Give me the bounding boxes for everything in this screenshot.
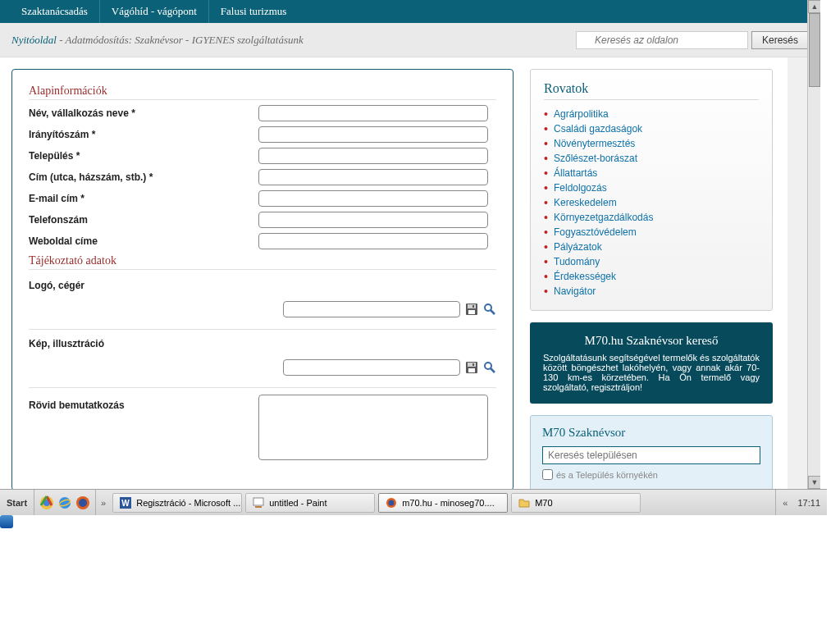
firefox-icon[interactable]	[75, 495, 90, 510]
start-button[interactable]: Start	[0, 490, 34, 515]
quick-launch	[34, 490, 96, 515]
task-firefox[interactable]: m70.hu - minoseg70....	[378, 493, 508, 513]
svg-point-6	[485, 304, 491, 311]
rovat-link[interactable]: Pályázatok	[554, 241, 602, 253]
svg-rect-10	[468, 368, 475, 372]
rovat-link[interactable]: Környezetgazdálkodás	[554, 212, 653, 223]
svg-rect-9	[468, 363, 476, 367]
szaknevsor-title: M70 Szaknévsor	[542, 426, 760, 440]
input-phone[interactable]	[258, 212, 488, 228]
textarea-intro[interactable]	[258, 395, 488, 460]
save-icon[interactable]	[465, 361, 478, 374]
system-tray: « 17:11	[775, 490, 827, 515]
scroll-down-arrow[interactable]: ▼	[808, 476, 820, 489]
task-word[interactable]: W Regisztráció - Microsoft ...	[112, 493, 242, 513]
svg-rect-5	[472, 305, 474, 308]
input-address[interactable]	[258, 169, 488, 185]
task-label: untitled - Paint	[269, 498, 326, 508]
svg-rect-22	[253, 498, 263, 505]
rovatok-panel: Rovatok Agrárpolitika Családi gazdaságok…	[530, 69, 773, 311]
breadcrumb: Nyitóoldal - Adatmódosítás: Szaknévsor -…	[11, 34, 304, 47]
taskbar: Start » W Regisztráció - Microsoft ... u…	[0, 489, 827, 515]
szaknevsor-panel: M70 Szaknévsor és a Település környékén	[530, 415, 773, 489]
task-paint[interactable]: untitled - Paint	[245, 493, 375, 513]
input-city[interactable]	[258, 148, 488, 164]
szaknevsor-search-input[interactable]	[542, 446, 760, 464]
main-form: Alapinformációk Név, vállalkozás neve * …	[11, 69, 514, 489]
promo-panel: M70.hu Szaknévsor kereső Szolgáltatásunk…	[530, 322, 773, 404]
input-email[interactable]	[258, 190, 488, 207]
nav-item-szaktanacsadas[interactable]: Szaktanácsadás	[10, 0, 100, 23]
input-image-path[interactable]	[283, 359, 460, 376]
search-input[interactable]	[576, 31, 748, 49]
scroll-thumb[interactable]	[809, 13, 820, 87]
rovat-link[interactable]: Fogyasztóvédelem	[554, 226, 637, 238]
rovat-link[interactable]: Növénytermesztés	[554, 138, 635, 149]
chrome-icon[interactable]	[39, 495, 54, 510]
label-web: Weboldal címe	[29, 235, 258, 247]
svg-point-25	[389, 500, 395, 505]
input-web[interactable]	[258, 233, 488, 249]
label-intro: Rövid bemutatkozás	[29, 395, 258, 460]
task-label: M70	[535, 498, 552, 508]
nearby-checkbox[interactable]	[542, 469, 553, 480]
sub-header: Nyitóoldal - Adatmódosítás: Szaknévsor -…	[0, 23, 820, 57]
nearby-checkbox-row[interactable]: és a Település környékén	[542, 469, 760, 480]
folder-icon	[518, 497, 530, 509]
task-label: m70.hu - minoseg70....	[402, 498, 495, 508]
svg-rect-3	[468, 304, 476, 308]
chevron-icon[interactable]: »	[96, 498, 111, 508]
svg-point-12	[485, 363, 491, 369]
top-nav: Szaktanácsadás Vágóhíd - vágópont Falusi…	[0, 0, 820, 23]
label-zip: Irányítószám *	[29, 129, 258, 140]
firefox-icon	[386, 497, 397, 509]
scroll-up-arrow[interactable]: ▲	[808, 0, 820, 13]
search-button[interactable]: Keresés	[751, 31, 809, 49]
rovat-link[interactable]: Kereskedelem	[554, 197, 617, 208]
tray-chevron-icon[interactable]: «	[783, 498, 788, 508]
site-search: Keresés	[576, 31, 809, 49]
svg-point-19	[79, 499, 87, 507]
section-basic-info: Alapinformációk	[29, 84, 496, 100]
breadcrumb-home[interactable]: Nyitóoldal	[11, 34, 57, 46]
input-logo-path[interactable]	[283, 301, 460, 317]
promo-text: Szolgáltatásunk segítségével termelők és…	[543, 353, 760, 392]
rovat-link[interactable]: Tudomány	[554, 256, 600, 267]
rovat-link[interactable]: Navigátor	[554, 285, 596, 297]
label-name: Név, vállalkozás neve *	[29, 107, 258, 119]
svg-rect-11	[472, 363, 474, 366]
scroll-track[interactable]	[808, 13, 820, 476]
section-info-data: Tájékoztató adatok	[29, 254, 496, 270]
label-email: E-mail cím *	[29, 193, 258, 204]
rovat-link[interactable]: Feldolgozás	[554, 182, 607, 194]
input-zip[interactable]	[258, 126, 488, 143]
rovat-link[interactable]: Érdekességek	[554, 271, 616, 282]
breadcrumb-rest: - Adatmódosítás: Szaknévsor - IGYENES sz…	[57, 34, 304, 46]
svg-line-7	[491, 310, 495, 314]
nav-item-vagohid[interactable]: Vágóhíd - vágópont	[100, 0, 209, 23]
save-icon[interactable]	[465, 303, 478, 316]
nearby-label: és a Település környékén	[556, 470, 658, 480]
label-address: Cím (utca, házszám, stb.) *	[29, 171, 258, 183]
browser-scrollbar[interactable]: ▲ ▼	[807, 0, 820, 489]
paint-icon	[253, 497, 264, 509]
rovat-link[interactable]: Állattartás	[554, 167, 597, 179]
magnifier-icon[interactable]	[483, 303, 496, 316]
ie-icon[interactable]	[57, 495, 72, 510]
rovat-link[interactable]: Családi gazdaságok	[554, 123, 642, 135]
input-name[interactable]	[258, 105, 488, 121]
svg-rect-4	[468, 310, 475, 314]
rovat-link[interactable]: Szőlészet-borászat	[554, 153, 637, 164]
rovatok-title: Rovatok	[544, 81, 759, 100]
rovatok-list: Agrárpolitika Családi gazdaságok Növényt…	[544, 107, 759, 299]
nav-item-falusi[interactable]: Falusi turizmus	[209, 0, 299, 23]
clock[interactable]: 17:11	[797, 498, 820, 508]
word-icon: W	[120, 497, 131, 509]
rovat-link[interactable]: Agrárpolitika	[554, 108, 609, 120]
task-folder[interactable]: M70	[511, 493, 641, 513]
magnifier-icon[interactable]	[483, 361, 496, 374]
start-orb-icon[interactable]	[0, 515, 13, 528]
label-city: Település *	[29, 150, 258, 162]
promo-title: M70.hu Szaknévsor kereső	[543, 334, 760, 348]
label-image: Kép, illusztráció	[29, 333, 496, 349]
